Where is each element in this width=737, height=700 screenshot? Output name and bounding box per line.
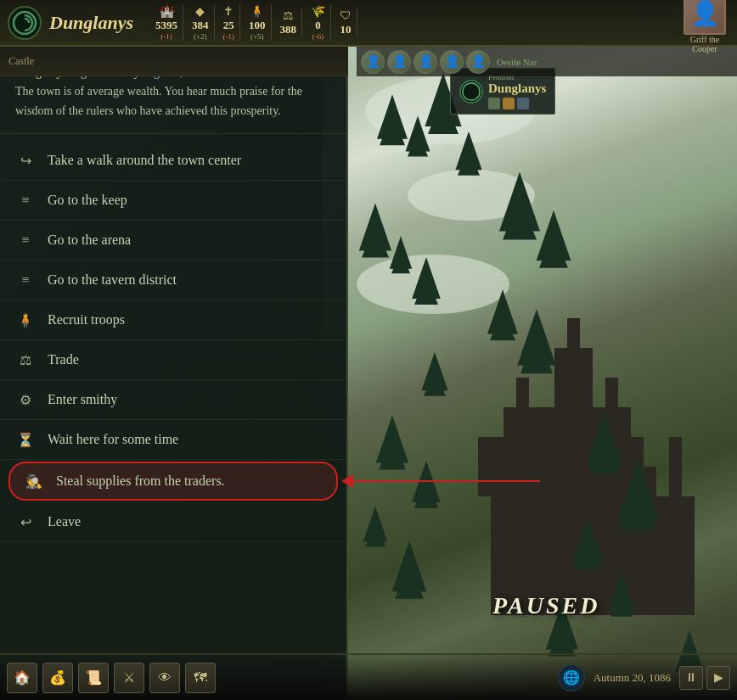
action-smithy[interactable]: ⚙ Enter smithy	[0, 380, 346, 420]
leave-icon: ↩	[15, 512, 36, 532]
tree	[517, 309, 556, 366]
tree	[421, 352, 447, 391]
top-hud: Dunglanys 🏰 5395 (-1) ◆ 384 (+2) ✝ 25 (-…	[0, 0, 737, 47]
breadcrumb: Castle	[8, 55, 34, 68]
recruit-icon: 🧍	[15, 310, 36, 330]
action-trade-label: Trade	[48, 352, 79, 367]
speed-controls: ⏸ ▶	[679, 666, 730, 690]
tree	[586, 412, 622, 466]
action-walk[interactable]: ↪ Take a walk around the town center	[0, 141, 346, 181]
resource-icon-2	[503, 98, 515, 109]
bottom-bar: 🏠 💰 📜 ⚔ 👁 🗺 🌐 Autumn 20, 1086 ⏸ ▶	[0, 653, 737, 700]
world-map-button[interactable]: 🗺	[185, 663, 216, 693]
action-walk-label: Take a walk around the town center	[48, 153, 241, 168]
inventory-button[interactable]: 🏠	[7, 663, 37, 693]
stat-food: ✝ 25 (-1)	[218, 4, 241, 41]
action-arena-label: Go to the arena	[48, 232, 131, 248]
quests-button[interactable]: 📜	[78, 663, 109, 693]
stat-troops: 🏰 5395 (-1)	[150, 4, 183, 41]
shield-icon: 🛡	[340, 9, 352, 23]
game-date: Autumn 20, 1086	[594, 671, 671, 685]
tree	[572, 518, 603, 563]
tavern-icon: ≡	[15, 270, 36, 290]
action-smithy-label: Enter smithy	[48, 392, 117, 407]
stat-grain: 🌾 0 (-6)	[306, 4, 331, 41]
action-menu: ↪ Take a walk around the town center ≡ G…	[0, 134, 346, 549]
companion-avatar-3[interactable]: 👤	[414, 50, 437, 74]
walk-icon: ↪	[15, 150, 36, 171]
tree	[359, 204, 391, 251]
gold-button[interactable]: 💰	[42, 663, 73, 693]
tree	[617, 459, 660, 522]
tree	[376, 416, 408, 463]
morale-icon: ⚖	[283, 8, 294, 23]
map-button[interactable]: 👁	[149, 663, 180, 693]
action-tavern-label: Go to the tavern district	[48, 272, 177, 288]
play-button[interactable]: ▶	[706, 666, 730, 690]
grain-icon: 🌾	[311, 4, 325, 19]
tree	[455, 132, 481, 171]
breadcrumb-bar: Castle	[0, 47, 348, 76]
denars-icon: ◆	[195, 4, 205, 19]
stat-influence: 🛡 10	[335, 9, 357, 36]
tree	[487, 289, 518, 334]
character-name: Griff the Cooper	[679, 35, 730, 53]
combat-button[interactable]: ⚔	[114, 663, 144, 693]
tree	[363, 507, 388, 542]
action-tavern[interactable]: ≡ Go to the tavern district	[0, 260, 346, 300]
tree	[537, 210, 571, 261]
stat-denars: ◆ 384 (+2)	[187, 4, 215, 41]
annotation-arrow	[341, 474, 540, 488]
tree	[390, 236, 412, 269]
left-panel: Dunglanys is governed by Ergeon , a chie…	[0, 47, 348, 700]
action-recruit[interactable]: 🧍 Recruit troops	[0, 300, 346, 340]
companion-avatar-1[interactable]: 👤	[361, 50, 385, 74]
location-info: Pendraic Dunglanys	[488, 73, 546, 109]
smithy-icon: ⚙	[15, 389, 36, 410]
food-icon: ✝	[223, 4, 233, 19]
action-leave[interactable]: ↩ Leave	[0, 502, 346, 542]
pause-button[interactable]: ⏸	[679, 666, 703, 690]
companion-name: Oesite Nar	[497, 57, 537, 67]
arrow-line	[353, 480, 540, 482]
location-name: Dunglanys	[488, 81, 546, 96]
action-trade[interactable]: ⚖ Trade	[0, 340, 346, 380]
arrow-head	[341, 474, 353, 488]
tree	[392, 541, 427, 592]
companion-avatar-4[interactable]: 👤	[440, 50, 464, 74]
action-wait-label: Wait here for some time	[48, 432, 178, 447]
hud-stats: 🏰 5395 (-1) ◆ 384 (+2) ✝ 25 (-1) 🧍 100 (…	[150, 4, 679, 41]
game-title: Dunglanys	[49, 12, 133, 34]
globe-icon[interactable]: 🌐	[558, 664, 585, 692]
companion-avatar-5[interactable]: 👤	[466, 50, 490, 74]
action-keep[interactable]: ≡ Go to the keep	[0, 181, 346, 221]
character-portrait[interactable]: 👤	[684, 0, 726, 35]
action-arena[interactable]: ≡ Go to the arena	[0, 221, 346, 260]
bottom-right-controls: 🌐 Autumn 20, 1086 ⏸ ▶	[558, 664, 730, 692]
keep-icon: ≡	[15, 190, 36, 210]
resource-icon-3	[517, 98, 529, 109]
location-resource-icons	[488, 98, 546, 109]
svg-point-1	[460, 81, 482, 103]
steal-icon: 🕵	[24, 471, 44, 491]
trade-icon: ⚖	[15, 350, 36, 370]
portrait-area: 👤 Griff the Cooper	[679, 0, 730, 53]
tree	[499, 172, 540, 232]
game-logo	[7, 5, 42, 41]
action-recruit-label: Recruit troops	[48, 312, 125, 328]
tree	[412, 257, 441, 299]
wait-icon: ⏳	[15, 429, 36, 450]
action-steal[interactable]: 🕵 Steal supplies from the traders.	[8, 462, 338, 501]
resource-icon-1	[488, 98, 500, 109]
stat-morale: ⚖ 388	[275, 8, 303, 36]
troops-icon: 🏰	[160, 4, 174, 19]
party-icon: 🧍	[250, 4, 264, 19]
action-wait[interactable]: ⏳ Wait here for some time	[0, 420, 346, 460]
paused-indicator: PAUSED	[492, 592, 599, 619]
companion-avatar-2[interactable]: 👤	[387, 50, 411, 74]
faction-logo	[459, 80, 483, 104]
arena-icon: ≡	[15, 230, 36, 250]
tree	[377, 94, 408, 139]
tree	[608, 573, 634, 612]
bottom-action-icons: 🏠 💰 📜 ⚔ 👁 🗺	[7, 663, 216, 693]
